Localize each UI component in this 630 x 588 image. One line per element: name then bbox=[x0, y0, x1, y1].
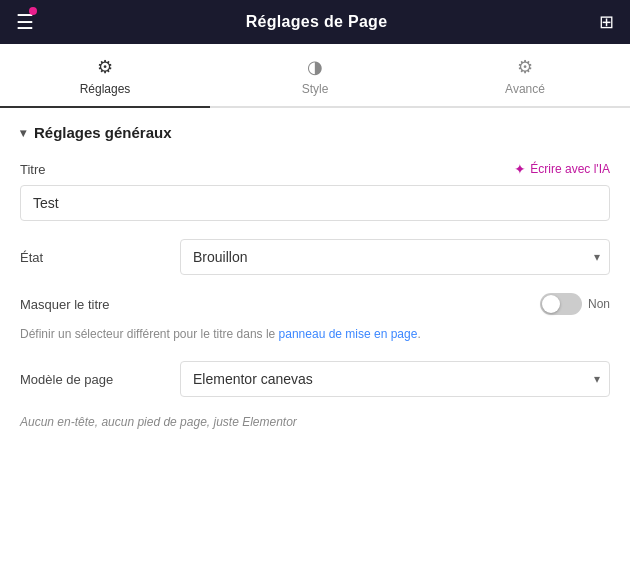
titre-input[interactable] bbox=[20, 185, 610, 221]
etat-select[interactable]: Brouillon Publié Privé bbox=[180, 239, 610, 275]
tabs-bar: ⚙ Réglages ◑ Style ⚙ Avancé bbox=[0, 44, 630, 108]
section-header: ▾ Réglages généraux bbox=[20, 124, 610, 141]
etat-label: État bbox=[20, 250, 180, 265]
top-bar: ☰ Réglages de Page ⊞ bbox=[0, 0, 630, 44]
masquer-titre-label: Masquer le titre bbox=[20, 297, 540, 312]
modele-page-label: Modèle de page bbox=[20, 372, 180, 387]
ai-write-button[interactable]: ✦ Écrire avec l'IA bbox=[514, 161, 610, 177]
modele-page-field: Modèle de page Elementor canevas Par déf… bbox=[20, 361, 610, 397]
etat-select-wrapper: Brouillon Publié Privé ▾ bbox=[180, 239, 610, 275]
toggle-thumb bbox=[542, 295, 560, 313]
helper-text: Définir un sélecteur différent pour le t… bbox=[20, 325, 610, 343]
titre-label-row: Titre ✦ Écrire avec l'IA bbox=[20, 161, 610, 177]
grid-icon[interactable]: ⊞ bbox=[599, 11, 614, 33]
etat-field: État Brouillon Publié Privé ▾ bbox=[20, 239, 610, 275]
avance-icon: ⚙ bbox=[517, 56, 533, 78]
modele-page-select-wrapper: Elementor canevas Par défaut Pleine larg… bbox=[180, 361, 610, 397]
toggle-container: Non bbox=[540, 293, 610, 315]
sparkle-icon: ✦ bbox=[514, 161, 526, 177]
titre-field-group: Titre ✦ Écrire avec l'IA bbox=[20, 161, 610, 221]
masquer-titre-toggle[interactable] bbox=[540, 293, 582, 315]
titre-label: Titre bbox=[20, 162, 46, 177]
footer-note: Aucun en-tête, aucun pied de page, juste… bbox=[20, 415, 610, 429]
helper-link[interactable]: panneau de mise en page bbox=[279, 327, 418, 341]
notification-dot bbox=[29, 7, 37, 15]
masquer-titre-row: Masquer le titre Non bbox=[20, 293, 610, 315]
section-title: Réglages généraux bbox=[34, 124, 172, 141]
tab-reglages-label: Réglages bbox=[80, 82, 131, 96]
tab-style-label: Style bbox=[302, 82, 329, 96]
toggle-off-label: Non bbox=[588, 297, 610, 311]
gear-icon: ⚙ bbox=[97, 56, 113, 78]
style-icon: ◑ bbox=[307, 56, 323, 78]
content-area: ▾ Réglages généraux Titre ✦ Écrire avec … bbox=[0, 108, 630, 445]
collapse-icon[interactable]: ▾ bbox=[20, 126, 26, 140]
page-title: Réglages de Page bbox=[246, 13, 388, 31]
helper-text-after: . bbox=[417, 327, 420, 341]
modele-page-select[interactable]: Elementor canevas Par défaut Pleine larg… bbox=[180, 361, 610, 397]
tab-reglages[interactable]: ⚙ Réglages bbox=[0, 44, 210, 106]
helper-text-before: Définir un sélecteur différent pour le t… bbox=[20, 327, 279, 341]
menu-button[interactable]: ☰ bbox=[16, 10, 34, 34]
tab-avance[interactable]: ⚙ Avancé bbox=[420, 44, 630, 106]
ai-write-label: Écrire avec l'IA bbox=[530, 162, 610, 176]
tab-style[interactable]: ◑ Style bbox=[210, 44, 420, 106]
tab-avance-label: Avancé bbox=[505, 82, 545, 96]
